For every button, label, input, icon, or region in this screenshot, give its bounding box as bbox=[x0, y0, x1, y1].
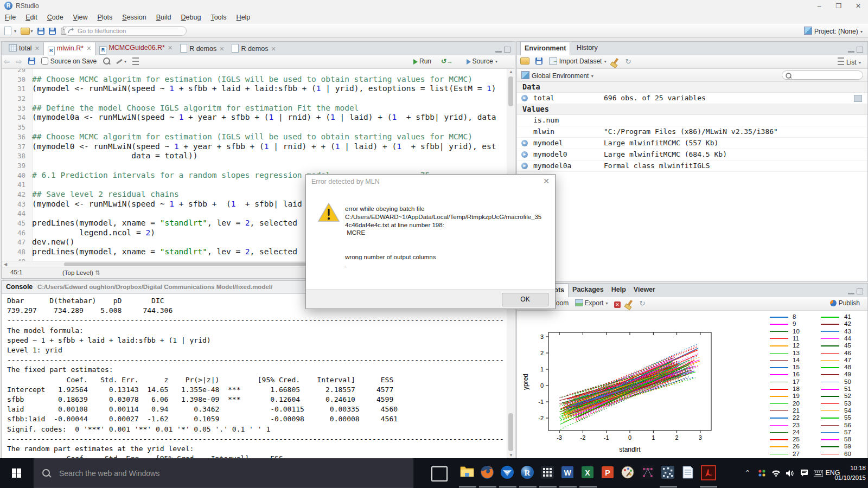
pane-minmax-buttons[interactable] bbox=[847, 45, 863, 52]
menu-item-debug[interactable]: Debug bbox=[176, 12, 206, 24]
save-workspace-icon[interactable] bbox=[535, 57, 542, 65]
pane-minmax-buttons[interactable] bbox=[494, 45, 510, 52]
forward-icon[interactable]: ⇨ bbox=[16, 57, 22, 66]
taskbar-search-input[interactable]: Search the web and Windows bbox=[34, 458, 413, 488]
tab-help[interactable]: Help bbox=[608, 284, 630, 297]
new-file-button[interactable]: ▾ bbox=[4, 26, 16, 36]
source-tab-total[interactable]: total✕ bbox=[5, 42, 43, 55]
menu-item-tools[interactable]: Tools bbox=[206, 12, 231, 24]
refresh-plot-icon[interactable]: ↻ bbox=[640, 299, 646, 307]
env-object-mymodel[interactable]: ▶mymodelLarge mlwinfitMCMC (557 Kb) bbox=[517, 138, 867, 149]
clear-workspace-icon[interactable] bbox=[612, 57, 619, 65]
env-object-mlwin[interactable]: mlwin"C:/Program Files (x86)/MLwiN v2.35… bbox=[517, 126, 867, 138]
expand-icon[interactable]: ▶ bbox=[521, 95, 528, 101]
taskbar-app-word-icon[interactable]: W bbox=[560, 465, 576, 480]
save-button[interactable] bbox=[37, 26, 44, 36]
taskbar-app-r-icon[interactable]: R bbox=[520, 465, 535, 480]
expand-icon[interactable]: ▶ bbox=[521, 140, 528, 146]
refresh-icon[interactable]: ↻ bbox=[625, 57, 631, 66]
source-tab-r-demos[interactable]: R demos✕ bbox=[176, 42, 228, 55]
menu-item-plots[interactable]: Plots bbox=[92, 12, 117, 24]
menu-item-help[interactable]: Help bbox=[232, 12, 256, 24]
code-tools-icon[interactable]: ▾ bbox=[116, 57, 126, 65]
source-tab-r-demos[interactable]: R demos✕ bbox=[228, 42, 279, 55]
menu-item-view[interactable]: View bbox=[68, 12, 93, 24]
tab-viewer[interactable]: Viewer bbox=[630, 284, 659, 297]
taskbar-app-powerpoint-icon[interactable]: P bbox=[601, 465, 616, 480]
tab-history[interactable]: History bbox=[573, 42, 602, 55]
close-button[interactable]: ✕ bbox=[848, 0, 868, 12]
source-button[interactable]: Source ▾ bbox=[467, 57, 497, 65]
source-on-save-checkbox[interactable]: Source on Save bbox=[41, 57, 97, 65]
wifi-icon[interactable] bbox=[770, 458, 781, 488]
save-source-button[interactable] bbox=[28, 57, 35, 65]
open-file-button[interactable]: ▾ bbox=[21, 26, 33, 36]
env-object-mymodel0a[interactable]: ▶mymodel0aFormal class mlwinfitIGLS bbox=[517, 160, 867, 172]
compile-notebook-icon[interactable] bbox=[132, 57, 141, 66]
touch-keyboard-icon[interactable] bbox=[812, 458, 825, 488]
rerun-button[interactable]: ↺→ bbox=[441, 57, 453, 65]
close-tab-icon[interactable]: ✕ bbox=[35, 45, 40, 52]
menu-item-edit[interactable]: Edit bbox=[21, 12, 42, 24]
tray-chevron-icon[interactable]: ⌃ bbox=[742, 458, 753, 488]
view-data-icon[interactable] bbox=[854, 95, 862, 102]
notifications-icon[interactable] bbox=[799, 458, 809, 488]
menu-item-build[interactable]: Build bbox=[151, 12, 176, 24]
publish-button[interactable]: Publish bbox=[830, 299, 860, 307]
list-view-button[interactable]: List ▾ bbox=[838, 57, 861, 66]
tab-environment[interactable]: Environment bbox=[520, 42, 570, 56]
global-environment-dropdown[interactable]: Global Environment ▾ bbox=[521, 71, 593, 80]
clear-plots-icon[interactable] bbox=[627, 299, 633, 307]
taskbar-app-mlwin-grid-icon[interactable] bbox=[540, 465, 556, 480]
close-tab-icon[interactable]: ✕ bbox=[86, 45, 91, 52]
clock[interactable]: 10:18 01/10/2015 bbox=[828, 463, 866, 483]
tab-packages[interactable]: Packages bbox=[569, 284, 608, 297]
back-icon[interactable]: ⇦ bbox=[4, 57, 10, 66]
remove-plot-icon[interactable]: ✕ bbox=[614, 299, 621, 308]
dialog-close-icon[interactable]: ✕ bbox=[543, 177, 550, 185]
environment-search-input[interactable] bbox=[782, 70, 863, 80]
taskbar-app-thunderbird-icon[interactable] bbox=[500, 465, 515, 480]
scope-selector[interactable]: (Top Level) ⇅ bbox=[62, 269, 100, 277]
taskbar-app-paint-icon[interactable] bbox=[621, 465, 636, 480]
taskbar-app-sampler-dark-icon[interactable] bbox=[661, 465, 676, 480]
expand-icon[interactable]: ▶ bbox=[521, 151, 528, 158]
save-all-button[interactable] bbox=[49, 26, 56, 36]
taskbar-app-firefox-icon[interactable] bbox=[480, 465, 495, 480]
task-view-button[interactable] bbox=[431, 466, 448, 481]
console-scrollbar[interactable]: ▲ ▼ bbox=[507, 294, 515, 459]
pane-minmax-buttons[interactable] bbox=[847, 287, 863, 293]
minimize-button[interactable]: – bbox=[809, 0, 829, 12]
export-plot-button[interactable]: Export ▾ bbox=[575, 299, 608, 307]
taskbar-app-excel-icon[interactable]: X bbox=[580, 465, 596, 480]
volume-icon[interactable] bbox=[784, 458, 795, 488]
source-tab-mlwin-r-[interactable]: Rmlwin.R*✕ bbox=[43, 42, 96, 56]
taskbar-app-acrobat-icon[interactable] bbox=[701, 465, 716, 480]
project-menu[interactable]: Project: (None) ▾ bbox=[804, 27, 863, 35]
menu-item-session[interactable]: Session bbox=[117, 12, 151, 24]
ok-button[interactable]: OK bbox=[502, 293, 548, 306]
env-object-is.num[interactable]: is.num bbox=[517, 115, 867, 126]
taskbar-app-file-explorer-icon[interactable] bbox=[460, 465, 475, 480]
console-output[interactable]: Dbar D(thetabar) pD DIC 739.297 734.289 … bbox=[7, 296, 505, 459]
menu-item-code[interactable]: Code bbox=[42, 12, 68, 24]
menu-item-file[interactable]: File bbox=[0, 12, 21, 24]
start-button[interactable] bbox=[0, 458, 33, 488]
close-tab-icon[interactable]: ✕ bbox=[219, 46, 224, 52]
load-workspace-icon[interactable] bbox=[520, 57, 529, 65]
expand-icon[interactable]: ▶ bbox=[521, 163, 528, 169]
taskbar-app-notepad-icon[interactable] bbox=[681, 465, 696, 480]
tray-color-icon[interactable] bbox=[756, 458, 767, 488]
close-tab-icon[interactable]: ✕ bbox=[271, 46, 276, 52]
taskbar-app-mlwin-dark-icon[interactable] bbox=[641, 465, 656, 480]
source-tab-mcmcguide06-r-[interactable]: RMCMCGuide06.R*✕ bbox=[95, 42, 176, 55]
import-dataset-button[interactable]: Import Dataset ▾ bbox=[549, 57, 607, 65]
maximize-button[interactable]: ❐ bbox=[829, 0, 848, 12]
find-icon[interactable] bbox=[103, 57, 110, 65]
close-tab-icon[interactable]: ✕ bbox=[168, 44, 173, 51]
env-object-mymodel0[interactable]: ▶mymodel0Large mlwinfitMCMC (684.5 Kb) bbox=[517, 149, 867, 160]
env-object-total[interactable]: ▶total696 obs. of 25 variables bbox=[517, 93, 867, 104]
run-button[interactable]: Run bbox=[413, 57, 431, 65]
dialog-message: error while obeying batch file C:/Users/… bbox=[345, 205, 547, 269]
goto-file-input[interactable]: Go to file/function bbox=[64, 26, 187, 36]
